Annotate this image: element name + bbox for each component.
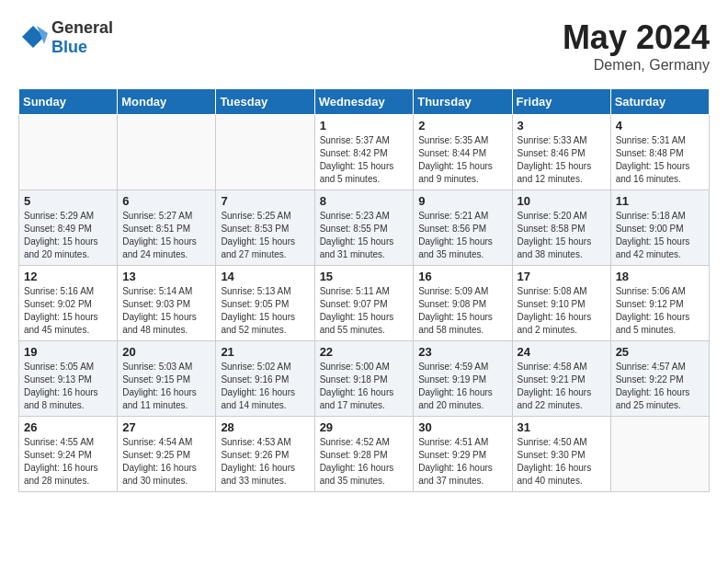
calendar-cell: 20Sunrise: 5:03 AM Sunset: 9:15 PM Dayli… [118,341,216,417]
calendar-cell: 2Sunrise: 5:35 AM Sunset: 8:44 PM Daylig… [414,115,512,190]
calendar-location: Demen, Germany [563,57,710,74]
day-number: 9 [418,194,506,208]
day-info: Sunrise: 5:16 AM Sunset: 9:02 PM Dayligh… [24,285,112,337]
column-header-monday: Monday [118,89,216,115]
calendar-cell: 14Sunrise: 5:13 AM Sunset: 9:05 PM Dayli… [216,266,314,341]
day-info: Sunrise: 5:23 AM Sunset: 8:55 PM Dayligh… [320,210,409,261]
day-number: 23 [418,345,506,359]
calendar-week-row: 12Sunrise: 5:16 AM Sunset: 9:02 PM Dayli… [19,266,710,341]
day-number: 4 [616,119,704,132]
day-info: Sunrise: 5:06 AM Sunset: 9:12 PM Dayligh… [616,285,704,337]
day-number: 31 [518,420,606,434]
day-info: Sunrise: 5:13 AM Sunset: 9:05 PM Dayligh… [221,285,309,337]
day-info: Sunrise: 5:33 AM Sunset: 8:46 PM Dayligh… [518,134,606,186]
calendar-cell: 31Sunrise: 4:50 AM Sunset: 9:30 PM Dayli… [512,417,610,492]
calendar-header-row: SundayMondayTuesdayWednesdayThursdayFrid… [19,89,710,115]
day-info: Sunrise: 5:08 AM Sunset: 9:10 PM Dayligh… [518,285,606,337]
day-number: 7 [221,194,309,208]
calendar-cell: 9Sunrise: 5:21 AM Sunset: 8:56 PM Daylig… [414,190,512,266]
calendar-cell: 24Sunrise: 4:58 AM Sunset: 9:21 PM Dayli… [512,341,610,417]
calendar-cell: 26Sunrise: 4:55 AM Sunset: 9:24 PM Dayli… [19,417,118,492]
day-info: Sunrise: 5:31 AM Sunset: 8:48 PM Dayligh… [616,134,704,186]
day-number: 25 [616,345,704,359]
column-header-wednesday: Wednesday [314,89,414,115]
page-header: General Blue May 2024 Demen, Germany [18,18,710,74]
calendar-cell: 17Sunrise: 5:08 AM Sunset: 9:10 PM Dayli… [512,266,610,341]
day-number: 12 [24,270,112,283]
day-number: 6 [122,194,210,208]
calendar-week-row: 5Sunrise: 5:29 AM Sunset: 8:49 PM Daylig… [19,190,710,266]
day-info: Sunrise: 4:54 AM Sunset: 9:25 PM Dayligh… [122,436,210,488]
day-info: Sunrise: 5:11 AM Sunset: 9:07 PM Dayligh… [320,285,409,337]
logo-text-blue: Blue [51,38,87,56]
day-info: Sunrise: 5:02 AM Sunset: 9:16 PM Dayligh… [221,361,309,412]
day-info: Sunrise: 4:58 AM Sunset: 9:21 PM Dayligh… [518,361,606,412]
day-number: 10 [518,194,606,208]
calendar-cell: 28Sunrise: 4:53 AM Sunset: 9:26 PM Dayli… [216,417,314,492]
calendar-cell: 5Sunrise: 5:29 AM Sunset: 8:49 PM Daylig… [19,190,118,266]
day-number: 28 [221,420,309,434]
logo-icon [18,24,48,52]
day-number: 22 [320,345,409,359]
calendar-cell: 22Sunrise: 5:00 AM Sunset: 9:18 PM Dayli… [314,341,414,417]
title-block: May 2024 Demen, Germany [563,18,710,74]
day-number: 17 [518,270,606,283]
day-number: 14 [221,270,309,283]
day-number: 19 [24,345,112,359]
day-number: 27 [122,420,210,434]
day-info: Sunrise: 4:57 AM Sunset: 9:22 PM Dayligh… [616,361,704,412]
day-info: Sunrise: 5:29 AM Sunset: 8:49 PM Dayligh… [24,210,112,261]
calendar-cell: 1Sunrise: 5:37 AM Sunset: 8:42 PM Daylig… [314,115,414,190]
calendar-cell: 29Sunrise: 4:52 AM Sunset: 9:28 PM Dayli… [314,417,414,492]
calendar-cell: 16Sunrise: 5:09 AM Sunset: 9:08 PM Dayli… [414,266,512,341]
day-number: 13 [122,270,210,283]
day-info: Sunrise: 5:27 AM Sunset: 8:51 PM Dayligh… [122,210,210,261]
calendar-cell: 27Sunrise: 4:54 AM Sunset: 9:25 PM Dayli… [118,417,216,492]
day-info: Sunrise: 4:51 AM Sunset: 9:29 PM Dayligh… [418,436,506,488]
calendar-cell: 19Sunrise: 5:05 AM Sunset: 9:13 PM Dayli… [19,341,118,417]
column-header-tuesday: Tuesday [216,89,314,115]
day-number: 18 [616,270,704,283]
day-info: Sunrise: 4:55 AM Sunset: 9:24 PM Dayligh… [24,436,112,488]
calendar-cell: 10Sunrise: 5:20 AM Sunset: 8:58 PM Dayli… [512,190,610,266]
logo: General Blue [18,18,113,57]
calendar-week-row: 19Sunrise: 5:05 AM Sunset: 9:13 PM Dayli… [19,341,710,417]
day-number: 1 [320,119,409,132]
logo-text-general: General [51,18,113,37]
calendar-cell: 3Sunrise: 5:33 AM Sunset: 8:46 PM Daylig… [512,115,610,190]
day-info: Sunrise: 5:14 AM Sunset: 9:03 PM Dayligh… [122,285,210,337]
day-number: 5 [24,194,112,208]
calendar-cell: 11Sunrise: 5:18 AM Sunset: 9:00 PM Dayli… [610,190,709,266]
day-info: Sunrise: 5:20 AM Sunset: 8:58 PM Dayligh… [518,210,606,261]
day-number: 29 [320,420,409,434]
calendar-cell: 30Sunrise: 4:51 AM Sunset: 9:29 PM Dayli… [414,417,512,492]
calendar-table: SundayMondayTuesdayWednesdayThursdayFrid… [18,88,710,492]
day-info: Sunrise: 5:00 AM Sunset: 9:18 PM Dayligh… [320,361,409,412]
calendar-cell: 13Sunrise: 5:14 AM Sunset: 9:03 PM Dayli… [118,266,216,341]
column-header-thursday: Thursday [414,89,512,115]
day-number: 26 [24,420,112,434]
day-info: Sunrise: 5:25 AM Sunset: 8:53 PM Dayligh… [221,210,309,261]
calendar-cell: 15Sunrise: 5:11 AM Sunset: 9:07 PM Dayli… [314,266,414,341]
day-number: 11 [616,194,704,208]
calendar-cell [216,115,314,190]
day-number: 2 [418,119,506,132]
column-header-sunday: Sunday [19,89,118,115]
calendar-cell: 4Sunrise: 5:31 AM Sunset: 8:48 PM Daylig… [610,115,709,190]
day-info: Sunrise: 5:18 AM Sunset: 9:00 PM Dayligh… [616,210,704,261]
calendar-cell: 25Sunrise: 4:57 AM Sunset: 9:22 PM Dayli… [610,341,709,417]
calendar-cell: 18Sunrise: 5:06 AM Sunset: 9:12 PM Dayli… [610,266,709,341]
calendar-cell [610,417,709,492]
day-info: Sunrise: 5:05 AM Sunset: 9:13 PM Dayligh… [24,361,112,412]
day-number: 3 [518,119,606,132]
day-info: Sunrise: 4:59 AM Sunset: 9:19 PM Dayligh… [418,361,506,412]
day-number: 30 [418,420,506,434]
day-number: 8 [320,194,409,208]
day-info: Sunrise: 5:03 AM Sunset: 9:15 PM Dayligh… [122,361,210,412]
calendar-cell [19,115,118,190]
calendar-cell [118,115,216,190]
calendar-cell: 8Sunrise: 5:23 AM Sunset: 8:55 PM Daylig… [314,190,414,266]
calendar-cell: 12Sunrise: 5:16 AM Sunset: 9:02 PM Dayli… [19,266,118,341]
calendar-week-row: 1Sunrise: 5:37 AM Sunset: 8:42 PM Daylig… [19,115,710,190]
day-info: Sunrise: 5:09 AM Sunset: 9:08 PM Dayligh… [418,285,506,337]
